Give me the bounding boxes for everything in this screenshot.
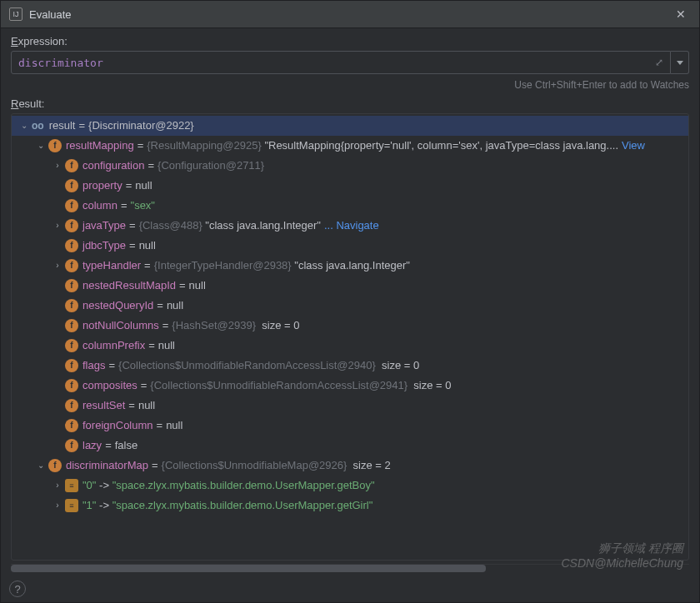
expand-icon[interactable]: › [52,157,63,174]
field-icon: f [65,179,78,192]
tree-row-javatype[interactable]: › f javaType = {Class@488} "class java.l… [12,216,688,236]
expand-icon[interactable]: › [52,217,63,234]
titlebar: IJ Evaluate ✕ [1,1,699,28]
tree-row-configuration[interactable]: › f configuration = {Configuration@2711} [12,156,688,176]
map-entry-icon: ≡ [65,479,78,492]
tree-row-flags[interactable]: · f flags = {Collections$UnmodifiableRan… [12,356,688,376]
shortcut-hint: Use Ctrl+Shift+Enter to add to Watches [11,79,689,91]
app-icon: IJ [9,7,22,21]
field-icon: f [65,219,78,232]
navigate-link[interactable]: ... Navigate [324,217,379,234]
tree-row-lazy[interactable]: · f lazy = false [12,436,688,456]
field-icon: f [65,379,78,392]
dialog-body: Expression: discriminator ⤢ Use Ctrl+Shi… [1,28,699,576]
tree-row-discriminatormap[interactable]: ⌄ f discriminatorMap = {Collections$Unmo… [12,456,688,476]
expand-icon[interactable]: ⌄ [18,117,30,134]
window-title: Evaluate [29,8,671,21]
tree-row-composites[interactable]: · f composites = {Collections$Unmodifiab… [12,376,688,396]
chevron-down-icon [677,61,683,65]
result-label: Result: [11,97,689,110]
field-icon: f [48,139,62,152]
map-entry-icon: ≡ [65,499,78,512]
tree-row-result[interactable]: ⌄ oo result = {Discriminator@2922} [12,116,688,136]
tree-row-column[interactable]: · f column = "sex" [12,196,688,216]
tree-row-columnprefix[interactable]: · f columnPrefix = null [12,336,688,356]
tree-row-resultset[interactable]: · f resultSet = null [12,396,688,416]
field-icon: f [65,259,78,272]
field-icon: f [65,339,78,352]
field-icon: f [48,459,62,472]
expand-icon[interactable]: ⤢ [655,57,663,68]
field-icon: f [65,159,78,172]
expression-row: discriminator ⤢ [11,51,689,74]
view-link[interactable]: View [622,137,645,154]
expression-value: discriminator [18,57,103,69]
expression-label: Expression: [11,35,689,47]
tree-row-notnullcolumns[interactable]: · f notNullColumns = {HashSet@2939} size… [12,316,688,336]
expand-icon[interactable]: › [52,257,63,274]
dialog-footer: ? [1,576,699,602]
result-tree: ⌄ oo result = {Discriminator@2922} ⌄ f r… [12,114,688,524]
field-icon: f [65,439,78,452]
expand-icon[interactable]: ⌄ [35,457,47,474]
expression-input[interactable]: discriminator ⤢ [11,51,671,74]
expand-icon[interactable]: › [52,497,63,514]
tree-row-property[interactable]: · f property = null [12,176,688,196]
field-icon: f [65,319,78,332]
field-icon: f [65,199,78,212]
field-icon: f [65,399,78,412]
expand-icon[interactable]: › [52,477,63,494]
horizontal-scrollbar[interactable] [11,564,689,572]
scrollbar-thumb[interactable] [11,565,486,572]
field-icon: f [65,279,78,292]
object-icon: oo [32,119,44,132]
tree-row-jdbctype[interactable]: · f jdbcType = null [12,236,688,256]
tree-row-typehandler[interactable]: › f typeHandler = {IntegerTypeHandler@29… [12,256,688,276]
close-icon[interactable]: ✕ [671,6,691,22]
field-icon: f [65,359,78,372]
evaluate-dialog: IJ Evaluate ✕ Expression: discriminator … [0,0,700,603]
tree-row-map-entry[interactable]: › ≡ "1" -> "space.zlyx.mybatis.builder.d… [12,496,688,516]
field-icon: f [65,419,78,432]
expand-icon[interactable]: ⌄ [35,137,47,154]
tree-row-resultmapping[interactable]: ⌄ f resultMapping = {ResultMapping@2925}… [12,136,688,156]
result-panel[interactable]: ⌄ oo result = {Discriminator@2922} ⌄ f r… [11,113,689,561]
tree-row-foreigncolumn[interactable]: · f foreignColumn = null [12,416,688,436]
tree-row-nestedqueryid[interactable]: · f nestedQueryId = null [12,296,688,316]
history-dropdown-button[interactable] [671,51,689,74]
tree-row-nestedresultmapid[interactable]: · f nestedResultMapId = null [12,276,688,296]
tree-row-map-entry[interactable]: › ≡ "0" -> "space.zlyx.mybatis.builder.d… [12,476,688,496]
help-icon[interactable]: ? [9,581,26,597]
field-icon: f [65,299,78,312]
field-icon: f [65,239,78,252]
